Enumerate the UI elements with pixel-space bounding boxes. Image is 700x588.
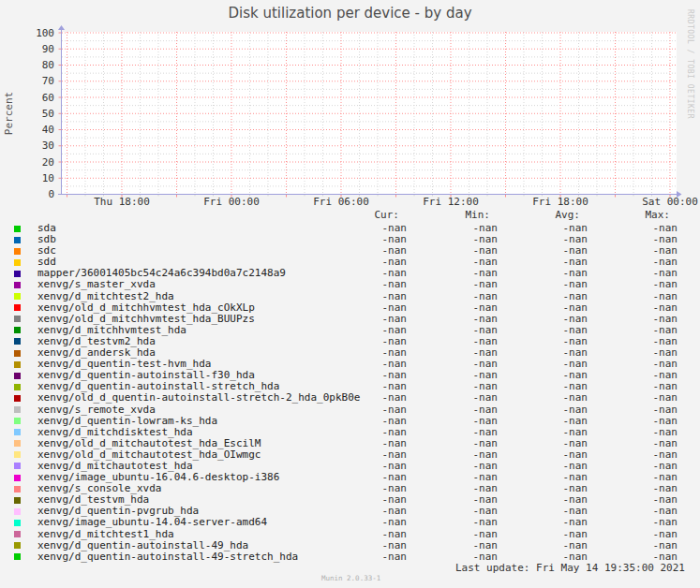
legend-min-value: -nan	[473, 529, 499, 540]
y-tick-label: 20	[42, 156, 54, 169]
legend-color-swatch	[14, 293, 21, 300]
legend-cur-value: -nan	[382, 551, 408, 563]
legend-cur-value: -nan	[382, 279, 408, 290]
y-tick-label: 30	[42, 140, 54, 152]
y-tick-label: 10	[42, 172, 54, 184]
y-axis-arrow-icon	[58, 25, 65, 30]
rrdtool-watermark: RRDTOOL / TOBI OETIKER	[686, 9, 694, 119]
y-tick-label: 70	[42, 75, 54, 87]
legend-color-swatch	[14, 327, 21, 333]
legend-color-swatch	[14, 418, 21, 424]
legend-row: xenvg/s_remote_xvda-nan-nan-nan-nan	[0, 404, 700, 416]
legend-row: xenvg/d_mitchdisktest_hda-nan-nan-nan-na…	[0, 427, 700, 438]
y-tick-label: 60	[42, 92, 54, 104]
legend-min-value: -nan	[473, 404, 499, 416]
legend-color-swatch	[14, 350, 21, 357]
x-tick-label: Fri 18:00	[532, 196, 588, 208]
legend-row: sda-nan-nan-nan-nan	[0, 223, 700, 234]
legend-max-value: -nan	[653, 551, 678, 563]
legend-color-swatch	[14, 338, 21, 345]
legend-avg-value: -nan	[563, 551, 588, 563]
plot-canvas	[62, 32, 677, 195]
legend-color-swatch	[14, 542, 21, 549]
legend-color-swatch	[14, 406, 21, 413]
legend-device-label: xenvg/d_quentin-autoinstall-49_hda	[37, 540, 248, 551]
legend-max-value: -nan	[653, 416, 678, 427]
legend-avg-value: -nan	[563, 302, 588, 314]
legend-cur-value: -nan	[382, 404, 408, 416]
legend-max-value: -nan	[653, 517, 678, 528]
legend-header-avg: Avg:	[556, 210, 581, 221]
legend-color-swatch	[14, 395, 21, 402]
legend-color-swatch	[14, 463, 21, 469]
legend-device-label: xenvg/d_quentin-autoinstall-49-stretch_h…	[37, 551, 298, 563]
legend-cur-value: -nan	[382, 416, 408, 427]
munin-graph-page: Disk utilization per device - by day Per…	[0, 0, 700, 588]
y-tick-label: 40	[42, 124, 54, 136]
legend-device-label: xenvg/old_d_quentin-autoinstall-stretch-…	[37, 392, 360, 404]
legend-color-swatch	[14, 440, 21, 447]
legend-max-value: -nan	[653, 529, 678, 540]
y-tick-label: 90	[42, 43, 54, 55]
y-tick-label: 50	[42, 108, 54, 120]
last-update-text: Last update: Fri May 14 19:35:00 2021	[455, 562, 685, 574]
legend-min-value: -nan	[473, 540, 499, 551]
legend-color-swatch	[14, 248, 21, 255]
x-tick-label: Fri 06:00	[313, 196, 369, 208]
legend-max-value: -nan	[653, 404, 678, 416]
legend-row: xenvg/image_ubuntu-14.04-server-amd64-na…	[0, 517, 700, 528]
legend-avg-value: -nan	[563, 291, 588, 302]
legend-row: xenvg/d_mitchtest2_hda-nan-nan-nan-nan	[0, 291, 700, 302]
legend-device-label: xenvg/image_ubuntu-14.04-server-amd64	[37, 517, 267, 528]
legend-row: xenvg/old_d_quentin-autoinstall-stretch-…	[0, 392, 700, 404]
legend-color-swatch	[14, 316, 21, 322]
y-tick-label: 80	[42, 59, 54, 71]
legend-header-max: Max:	[646, 210, 671, 221]
legend-cur-value: -nan	[382, 427, 408, 438]
legend-min-value: -nan	[473, 551, 499, 563]
legend-cur-value: -nan	[382, 540, 408, 551]
legend-color-swatch	[14, 553, 21, 560]
legend-row: xenvg/d_quentin-autoinstall-49-stretch_h…	[0, 551, 700, 563]
legend-row: sdc-nan-nan-nan-nan	[0, 245, 700, 257]
legend-max-value: -nan	[653, 302, 678, 314]
chart-plot: 0102030405060708090100Thu 18:00Fri 00:00…	[0, 0, 700, 215]
legend-min-value: -nan	[473, 291, 499, 302]
legend-header-min: Min:	[466, 210, 491, 221]
legend-color-swatch	[14, 497, 21, 504]
legend-color-swatch	[14, 282, 21, 288]
legend-color-swatch	[14, 271, 21, 277]
legend-min-value: -nan	[473, 302, 499, 314]
legend-row: sdb-nan-nan-nan-nan	[0, 234, 700, 245]
legend-device-label: xenvg/s_remote_xvda	[37, 404, 156, 416]
legend-avg-value: -nan	[563, 279, 588, 290]
legend-min-value: -nan	[473, 392, 499, 404]
legend-max-value: -nan	[653, 392, 678, 404]
legend-header-cur: Cur:	[375, 210, 400, 221]
y-tick-label: 100	[36, 27, 54, 39]
legend-avg-value: -nan	[563, 416, 588, 427]
legend-color-swatch	[14, 226, 21, 232]
legend-min-value: -nan	[473, 517, 499, 528]
legend-min-value: -nan	[473, 279, 499, 290]
legend-color-swatch	[14, 486, 21, 492]
x-tick-label: Thu 18:00	[94, 196, 150, 208]
legend-device-label: xenvg/d_mitchtest1_hda	[37, 529, 174, 540]
legend-device-label: xenvg/d_quentin-lowram-ks_hda	[37, 416, 217, 427]
legend-color-swatch	[14, 361, 21, 368]
legend-cur-value: -nan	[382, 302, 408, 314]
legend-color-swatch	[14, 508, 21, 515]
y-tick-label: 0	[48, 188, 54, 200]
legend-row: xenvg/s_master_xvda-nan-nan-nan-nan	[0, 279, 700, 290]
x-tick-label: Fri 12:00	[423, 196, 479, 208]
legend-device-label: xenvg/s_master_xvda	[37, 279, 156, 290]
legend-avg-value: -nan	[563, 392, 588, 404]
legend-cur-value: -nan	[382, 517, 408, 528]
legend-color-swatch	[14, 475, 21, 481]
legend-avg-value: -nan	[563, 540, 588, 551]
legend-device-label: xenvg/old_d_mitchhvmtest_hda_cOkXLp	[37, 302, 255, 314]
legend-color-swatch	[14, 531, 21, 537]
legend-color-swatch	[14, 373, 21, 379]
legend: sda-nan-nan-nan-nansdb-nan-nan-nan-nansd…	[0, 223, 700, 563]
legend-avg-value: -nan	[563, 427, 588, 438]
